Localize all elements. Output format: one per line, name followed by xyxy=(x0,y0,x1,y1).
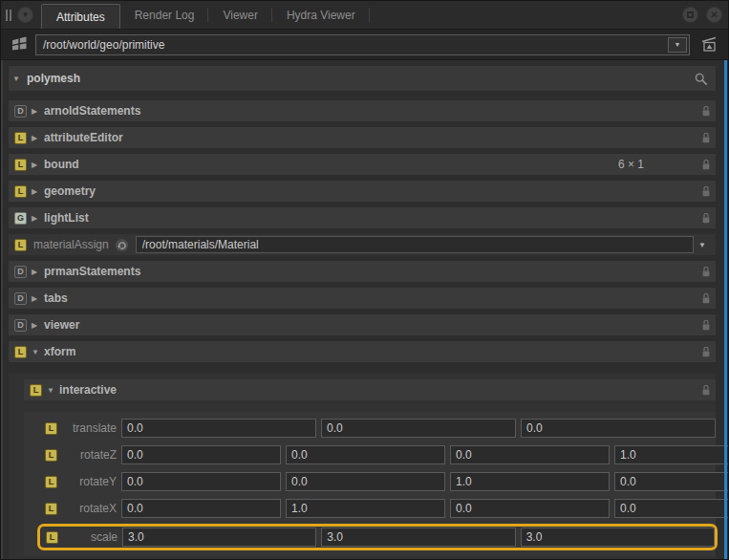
scale-value-1-input[interactable] xyxy=(321,528,515,547)
attribute-group-arnoldStatements[interactable]: D▶arnoldStatements xyxy=(9,100,716,121)
rotateX-value-2-input[interactable] xyxy=(450,499,610,518)
scenegraph-slate-icon[interactable] xyxy=(697,36,720,53)
attribute-group-bound[interactable]: L▶bound6 × 1 xyxy=(9,154,716,175)
node-panes-icon xyxy=(9,36,30,53)
materialAssign-value-input[interactable] xyxy=(136,236,694,253)
pane-menu-button[interactable]: ▼ xyxy=(17,7,33,23)
expand-arrow-icon[interactable]: ▶ xyxy=(32,321,44,330)
lock-icon xyxy=(699,212,711,225)
maximize-pane-button[interactable] xyxy=(682,7,698,23)
scale-fields xyxy=(122,528,715,547)
caret-down-icon[interactable]: ▼ xyxy=(694,241,711,249)
expand-arrow-icon[interactable]: ▶ xyxy=(32,161,44,169)
expand-arrow-icon[interactable]: ▶ xyxy=(32,134,44,142)
attribute-group-viewer[interactable]: D▶viewer xyxy=(9,314,716,335)
collapse-arrow-icon[interactable]: ▼ xyxy=(47,386,59,395)
expand-arrow-icon[interactable]: ▶ xyxy=(32,294,44,303)
badge-default-icon: D xyxy=(14,319,27,332)
badge-local-icon: L xyxy=(30,384,42,397)
search-icon[interactable] xyxy=(694,72,708,86)
attribute-group-geometry[interactable]: L▶geometry xyxy=(9,181,716,202)
rotateX-value-0-input[interactable] xyxy=(121,499,281,518)
tab-render-log[interactable]: Render Log xyxy=(120,1,209,29)
attribute-group-label: prmanStatements xyxy=(44,265,140,278)
attribute-label: materialAssign xyxy=(33,238,109,251)
rotateX-value-1-input[interactable] xyxy=(286,499,445,518)
attribute-group-xform[interactable]: L▼xform xyxy=(9,341,716,362)
close-icon: ✕ xyxy=(710,11,718,20)
badge-local-icon: L xyxy=(14,132,27,144)
attribute-group-label: xform xyxy=(44,345,75,358)
rotateY-fields xyxy=(121,472,728,491)
rotateX-value-3-input[interactable] xyxy=(614,499,728,518)
badge-local-icon: L xyxy=(45,449,57,462)
scenegraph-location-field[interactable]: ▼ xyxy=(35,34,690,55)
attribute-group-label: geometry xyxy=(44,184,96,198)
attribute-group-lightList[interactable]: G▶lightList xyxy=(9,207,716,228)
root-attribute-name: polymesh xyxy=(27,72,80,85)
param-row-scale: Lscale xyxy=(40,527,715,548)
rotateZ-value-3-input[interactable] xyxy=(614,445,728,464)
rotateX-fields xyxy=(121,499,728,518)
translate-value-0-input[interactable] xyxy=(121,419,316,438)
translate-value-1-input[interactable] xyxy=(321,419,516,438)
circular-arrow-icon[interactable] xyxy=(115,238,129,252)
translate-value-2-input[interactable] xyxy=(521,419,716,438)
rotateZ-value-2-input[interactable] xyxy=(450,445,610,464)
collapse-arrow-icon[interactable]: ▼ xyxy=(12,75,25,83)
rotateY-value-3-input[interactable] xyxy=(614,472,728,491)
scenegraph-location-input[interactable] xyxy=(36,35,668,54)
param-row-rotateX: LrotateX xyxy=(39,498,716,519)
rotateY-value-2-input[interactable] xyxy=(450,472,610,491)
scale-value-2-input[interactable] xyxy=(521,528,715,547)
rotateZ-value-1-input[interactable] xyxy=(286,445,445,464)
collapse-arrow-icon[interactable]: ▼ xyxy=(32,348,44,356)
expand-arrow-icon[interactable]: ▶ xyxy=(32,214,44,223)
close-pane-button[interactable]: ✕ xyxy=(706,7,722,23)
lock-icon xyxy=(699,185,711,198)
rotateZ-value-0-input[interactable] xyxy=(121,445,281,464)
lock-icon xyxy=(699,132,711,144)
expand-arrow-icon[interactable]: ▶ xyxy=(32,268,44,276)
badge-default-icon: D xyxy=(14,266,27,278)
attribute-group-prmanStatements[interactable]: D▶prmanStatements xyxy=(9,261,716,282)
lock-icon xyxy=(699,105,711,118)
rotateY-value-0-input[interactable] xyxy=(121,472,281,491)
attribute-group-interactive[interactable]: L▼interactive xyxy=(24,379,716,400)
lock-icon xyxy=(699,384,711,397)
expand-arrow-icon[interactable]: ▶ xyxy=(32,187,44,196)
attributes-panel: ▼ polymesh D▶arnoldStatementsL▶attribute… xyxy=(1,60,728,559)
scale-value-0-input[interactable] xyxy=(122,528,316,547)
param-row-translate: Ltranslate xyxy=(39,418,716,439)
param-label: rotateY xyxy=(62,475,121,488)
badge-local-icon: L xyxy=(14,185,27,198)
attribute-group-tabs[interactable]: D▶tabs xyxy=(9,288,716,309)
attributes-pane: ▼ AttributesRender LogViewerHydra Viewer… xyxy=(0,0,729,560)
param-row-rotateZ: LrotateZ xyxy=(39,444,716,465)
attribute-group-label: interactive xyxy=(59,383,117,397)
location-history-dropdown[interactable]: ▼ xyxy=(668,37,687,53)
pane-drag-handle[interactable] xyxy=(6,10,11,21)
param-row-rotateY: LrotateY xyxy=(39,471,716,492)
expand-arrow-icon[interactable]: ▶ xyxy=(32,107,44,116)
attribute-row-materialAssign: LmaterialAssign▼ xyxy=(9,234,716,255)
pane-edge-indicator xyxy=(724,60,727,559)
tab-attributes[interactable]: Attributes xyxy=(41,4,120,29)
badge-local-icon: L xyxy=(14,159,27,171)
pane-titlebar: ▼ AttributesRender LogViewerHydra Viewer… xyxy=(1,1,728,30)
attribute-group-label: viewer xyxy=(44,318,79,332)
scenegraph-location-bar: ▼ xyxy=(1,30,728,60)
attribute-rows: D▶arnoldStatementsL▶attributeEditorL▶bou… xyxy=(9,100,716,559)
lock-icon xyxy=(699,292,711,305)
section-body-xform: L▼interactiveLtranslateLrotateZLrotateYL… xyxy=(9,374,716,559)
badge-default-icon: D xyxy=(14,292,27,305)
rotateY-value-1-input[interactable] xyxy=(286,472,445,491)
tab-hydra-viewer[interactable]: Hydra Viewer xyxy=(272,1,370,29)
badge-local-icon: L xyxy=(14,239,27,251)
badge-local-icon: L xyxy=(45,503,57,515)
attribute-group-label: tabs xyxy=(44,291,68,305)
attribute-group-attributeEditor[interactable]: L▶attributeEditor xyxy=(9,127,716,148)
lock-icon xyxy=(699,159,711,171)
tab-viewer[interactable]: Viewer xyxy=(208,1,271,29)
attribute-root-header[interactable]: ▼ polymesh xyxy=(9,66,716,91)
